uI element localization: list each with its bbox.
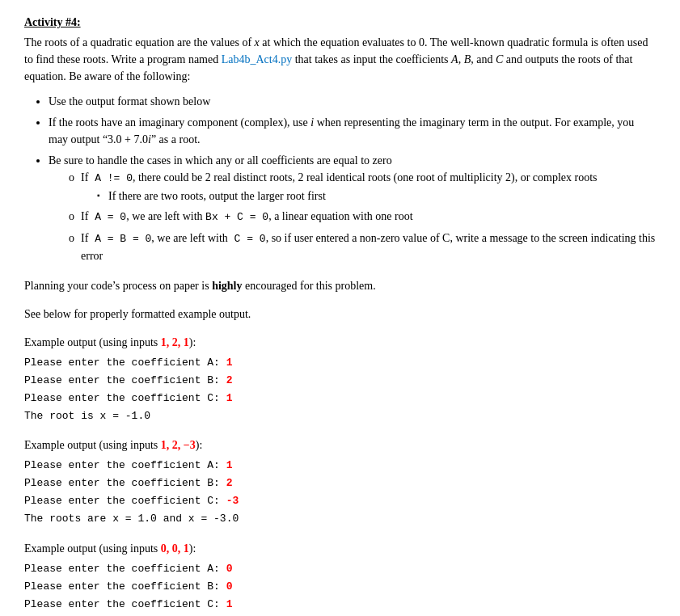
sub-sub-bullet-1: If there are two roots, output the large…	[97, 188, 656, 205]
example-3-val-b: 0	[226, 580, 233, 593]
c-var: C	[496, 53, 503, 65]
see-below-text: See below for properly formatted example…	[24, 306, 656, 323]
example-2-val-b: 2	[226, 477, 233, 489]
filename: Lab4b_Act4.py	[222, 53, 292, 65]
example-3-inputs: 0, 0, 1	[161, 542, 189, 555]
sub-bullet-list: If A != 0, there could be 2 real distinc…	[69, 169, 656, 266]
planning-bold: highly	[212, 280, 242, 292]
example-2-val-c: -3	[226, 495, 239, 507]
bullet-1: Use the output format shown below	[49, 93, 656, 110]
sub-bullet-2: If A = 0, we are left with Bx + C = 0, a…	[69, 208, 656, 226]
intro-paragraph: The roots of a quadratic equation are th…	[24, 34, 656, 85]
a-var: A	[451, 53, 458, 65]
bullet-2: If the roots have an imaginary component…	[49, 114, 656, 148]
example-3-val-c: 1	[226, 598, 233, 610]
example-1-inputs: 1, 2, 1	[161, 336, 189, 348]
bullet-3: Be sure to handle the cases in which any…	[49, 152, 656, 266]
example-3-code: Please enter the coefficient A: 0 Please…	[24, 560, 656, 616]
example-3: Example output (using inputs 0, 0, 1): P…	[24, 540, 656, 616]
x-variable: x	[255, 36, 260, 49]
bullet-2-text: If the roots have an imaginary component…	[49, 116, 634, 146]
main-bullet-list: Use the output format shown below If the…	[49, 93, 656, 266]
example-1-val-b: 2	[226, 374, 233, 386]
example-1-val-a: 1	[226, 357, 233, 369]
example-2-inputs: 1, 2, −3	[161, 439, 196, 451]
b-var: B	[464, 53, 471, 65]
example-1-code: Please enter the coefficient A: 1 Please…	[24, 354, 656, 425]
sub-bullet-2-text: If A = 0, we are left with Bx + C = 0, a…	[81, 210, 413, 222]
example-1-val-c: 1	[226, 392, 233, 404]
sub-sub-bullet-1-text: If there are two roots, output the large…	[108, 190, 326, 202]
sub-bullet-3: If A = B = 0, we are left with C = 0, so…	[69, 230, 656, 266]
example-2-code: Please enter the coefficient A: 1 Please…	[24, 457, 656, 528]
sub-bullet-1-text: If A != 0, there could be 2 real distinc…	[81, 171, 598, 184]
sub-sub-bullet-list: If there are two roots, output the large…	[97, 188, 656, 205]
activity-title: Activity #4:	[24, 16, 656, 29]
bullet-1-text: Use the output format shown below	[49, 95, 210, 108]
sub-bullet-1: If A != 0, there could be 2 real distinc…	[69, 169, 656, 205]
sub-bullet-3-text: If A = B = 0, we are left with C = 0, so…	[81, 232, 655, 263]
example-1-heading: Example output (using inputs 1, 2, 1):	[24, 334, 656, 351]
example-3-val-a: 0	[226, 563, 233, 575]
planning-text: Planning your code’s process on paper is…	[24, 277, 656, 294]
example-3-heading: Example output (using inputs 0, 0, 1):	[24, 540, 656, 557]
example-2-heading: Example output (using inputs 1, 2, −3):	[24, 437, 656, 454]
bullet-3-text: Be sure to handle the cases in which any…	[49, 154, 392, 167]
example-2-val-a: 1	[226, 459, 233, 471]
example-1: Example output (using inputs 1, 2, 1): P…	[24, 334, 656, 425]
example-2: Example output (using inputs 1, 2, −3): …	[24, 437, 656, 528]
